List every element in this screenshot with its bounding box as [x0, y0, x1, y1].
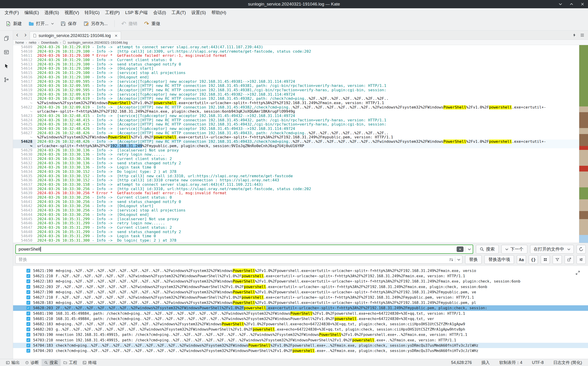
result-checkbox[interactable]: ✓ — [26, 349, 30, 353]
editor-line[interactable]: 546122024-03-26 10:31:29.100 - Info -> C… — [13, 58, 588, 62]
editor-line[interactable]: ↪urlcache+-split+-f+http%3A%2F%2F192.168… — [13, 109, 588, 114]
documents-icon[interactable] — [2, 34, 11, 43]
editor[interactable]: 546092024-03-26 10:31:29.019 - Info -> a… — [13, 45, 588, 243]
search-result-row[interactable]: ✓54628:183md=ping..%2F..%2F..%2F..%2F..%… — [13, 300, 588, 305]
chevron-down-icon[interactable] — [468, 248, 471, 250]
editor-line[interactable]: 546192024-03-26 10:32:09.595 - Info -> [… — [13, 88, 588, 92]
open-button[interactable]: 打开... — [26, 19, 57, 29]
search-result-row[interactable]: ✓54704:183check?cmd=ping..%2F..%2F..%2F.… — [13, 343, 588, 348]
editor-line[interactable]: 546352024-03-26 10:33:30.152 - Info -> [… — [13, 174, 588, 178]
editor-line[interactable]: 546142024-03-26 10:31:29.100 - Info -> [… — [13, 66, 588, 71]
tab-width[interactable]: 软制表符：4 — [499, 360, 522, 365]
forward-icon[interactable]: › — [21, 30, 30, 39]
editor-line[interactable]: 546162024-03-26 10:31:29.100 - Info -> [… — [13, 75, 588, 80]
search-result-row[interactable]: ✓54621:190md=ping..%2F..%2F..%2F..%2F..%… — [13, 268, 588, 273]
result-checkbox[interactable]: ✓ — [26, 343, 30, 347]
menu-item[interactable]: 编辑(E) — [22, 8, 42, 17]
result-checkbox[interactable]: ✓ — [26, 269, 30, 273]
result-checkbox[interactable]: ✓ — [26, 322, 30, 326]
new-button[interactable]: 新建 — [3, 19, 25, 29]
editor-line[interactable]: 546242024-03-26 10:32:48.415 - Info -> [… — [13, 118, 588, 122]
panel-button-output[interactable]: 输出 — [3, 359, 22, 366]
menu-item[interactable]: 转到(G) — [82, 8, 102, 17]
editor-line[interactable]: 546092024-03-26 10:31:29.019 - Info -> a… — [13, 45, 588, 49]
cursor-position[interactable]: 54,628:276 — [451, 360, 472, 365]
menu-item[interactable]: 帮助(H) — [209, 8, 229, 17]
breadcrumb-downloads[interactable]: Downloads — [41, 40, 58, 44]
editor-line[interactable]: 546262024-03-26 10:32:48.426 - Info -> [… — [13, 127, 588, 131]
editor-line[interactable]: 546492024-03-26 10:35:31.299 - Info -> L… — [13, 234, 588, 238]
result-checkbox[interactable]: ✓ — [26, 285, 30, 289]
editor-line[interactable]: 546252024-03-26 10:32:48.415 - Info -> [… — [13, 122, 588, 127]
back-icon[interactable]: ‹ — [13, 30, 21, 39]
replace-button[interactable]: 替换 — [465, 255, 482, 264]
replace-checked-button[interactable]: 替换选中项 — [485, 255, 514, 264]
editor-line[interactable]: 546132024-03-26 10:31:29.100 - Info -> s… — [13, 62, 588, 67]
menu-item[interactable]: 工程(P) — [103, 8, 122, 17]
filesystem-browser-icon[interactable] — [2, 48, 11, 56]
result-checkbox[interactable]: ✓ — [26, 301, 30, 305]
document-list-icon[interactable] — [580, 33, 584, 37]
sort-icon[interactable] — [449, 258, 453, 261]
editor-line[interactable]: 546312024-03-26 10:33:30.136 - Info -> C… — [13, 157, 588, 161]
maximize-icon[interactable] — [569, 2, 574, 7]
editor-line[interactable]: 546272024-03-26 10:32:48.426 - Info -> [… — [13, 131, 588, 135]
expand-results-button[interactable] — [541, 255, 550, 264]
menu-item[interactable]: 视图(V) — [62, 8, 82, 17]
result-checkbox[interactable]: ✓ — [26, 290, 30, 294]
search-scope-select[interactable]: 在打开的文件中 — [530, 245, 574, 254]
editor-line[interactable]: 546212024-03-26 10:32:09.619 - Info -> [… — [13, 97, 588, 101]
editor-line[interactable]: 546372024-03-26 10:33:30.158 - Info -> a… — [13, 183, 588, 187]
search-result-row[interactable]: ✓54681:190168.31.45:49884, path: /check?… — [13, 311, 588, 316]
menu-item[interactable]: 工具(T) — [169, 8, 189, 17]
undo-button[interactable]: ↶ 撤销 — [118, 19, 140, 29]
panel-button-diagnostics[interactable]: 诊断 — [22, 359, 42, 366]
menu-item[interactable]: 选择(S) — [42, 8, 62, 17]
clear-input-icon[interactable]: × — [457, 246, 463, 252]
editor-line[interactable]: ↪%2Fwindows%2Fsystem32%2FWindowsPowerShe… — [13, 101, 588, 105]
editor-line[interactable]: 546222024-03-26 10:32:09.619 - Info -> [… — [13, 105, 588, 110]
menu-item[interactable]: 会话(I) — [150, 8, 169, 17]
search-result-row[interactable]: ✓54622:2032F..%2F..%2F..%2F..%2F..%2F..%… — [13, 284, 588, 290]
editor-line[interactable]: 546152024-03-26 10:31:29.100 - Info -> [… — [13, 71, 588, 75]
editor-line[interactable]: 546202024-03-26 10:32:09.619 - Info -> [… — [13, 92, 588, 97]
next-match-button[interactable]: 下一个 — [501, 245, 527, 254]
result-checkbox[interactable]: ✓ — [26, 312, 30, 315]
breadcrumb-neko[interactable]: neko — [29, 40, 37, 44]
panel-button-project[interactable]: 工程 — [61, 359, 80, 366]
git-branch-icon[interactable] — [2, 76, 11, 84]
result-checkbox[interactable]: ✓ — [26, 306, 30, 310]
close-icon[interactable] — [580, 2, 585, 7]
result-checkbox[interactable]: ✓ — [26, 317, 30, 321]
editor-line[interactable]: 546402024-03-26 10:33:30.256 - Info -> C… — [13, 195, 588, 200]
editor-line[interactable]: 546412024-03-26 10:33:30.256 - Info -> s… — [13, 200, 588, 204]
editor-line[interactable]: ↪%2Fwindows%2Fsystem32%2FWindowsPowerShe… — [13, 135, 588, 139]
result-checkbox[interactable]: ✓ — [26, 327, 30, 331]
save-as-button[interactable]: 另存为... — [81, 19, 111, 29]
search-result-row[interactable]: ✓54622:183md=ping..%2F..%2F..%2F..%2F..%… — [13, 279, 588, 284]
redo-button[interactable]: ↷ 重做 — [141, 19, 163, 29]
breadcrumb-file[interactable]: sunlogin_service.20240321-191046.log — [67, 40, 128, 44]
editor-line[interactable]: 546332024-03-26 10:33:30.136 - Info -> L… — [13, 165, 588, 170]
editor-line[interactable]: 546502024-03-26 10:35:31.300 - Info -> D… — [13, 238, 588, 243]
editor-line[interactable]: 546302024-03-26 10:33:30.136 - Info -> r… — [13, 152, 588, 157]
result-checkbox[interactable]: ✓ — [26, 279, 30, 283]
result-checkbox[interactable]: ✓ — [26, 274, 30, 278]
editor-line[interactable]: 546482024-03-26 10:35:31.299 - Info -> s… — [13, 230, 588, 234]
tab-sunlogin-log[interactable]: sunlogin_service.20240321-191046.log × — [30, 31, 121, 39]
editor-line[interactable]: 546422024-03-26 10:33:30.256 - Info -> [… — [13, 204, 588, 208]
search-result-row[interactable]: ✓54621:210F..%2F..%2F..%2F..%2F..%2F..%2… — [13, 273, 588, 279]
search-result-row[interactable]: ✓54627:190md=ping..%2F..%2F..%2F..%2F..%… — [13, 290, 588, 295]
editor-line[interactable]: 546342024-03-26 10:33:30.152 - Info -> D… — [13, 170, 588, 174]
search-result-row[interactable]: ✓54681:210168.31.45:49884, path: /check?… — [13, 316, 588, 321]
editor-line[interactable]: 546472024-03-26 10:35:31.299 - Info -> C… — [13, 226, 588, 230]
search-button[interactable]: 搜索 — [476, 245, 499, 254]
filter-button[interactable] — [553, 255, 562, 264]
breadcrumb-home[interactable]: home — [15, 40, 24, 44]
save-button[interactable]: 保存 — [58, 19, 80, 29]
result-checkbox[interactable]: ✓ — [26, 295, 30, 299]
editor-line[interactable]: 546172024-03-26 10:32:09.595 - Info -> [… — [13, 80, 588, 84]
editor-line[interactable]: 546112024-03-26 10:31:29.100 * Error * G… — [13, 53, 588, 58]
expand-panel-icon[interactable] — [575, 270, 581, 276]
editor-line[interactable]: 546432024-03-26 10:33:30.256 - Info -> [… — [13, 208, 588, 213]
